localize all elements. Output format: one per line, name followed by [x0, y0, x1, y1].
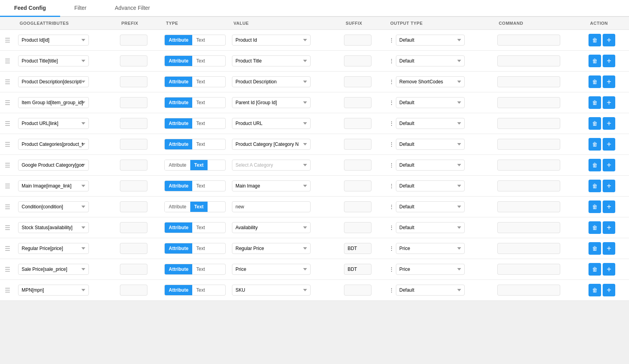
drag-handle[interactable]: ☰: [3, 287, 12, 294]
value-select[interactable]: Availability: [232, 222, 311, 233]
add-button[interactable]: +: [603, 284, 615, 296]
value-input[interactable]: [232, 201, 311, 212]
delete-button[interactable]: 🗑: [589, 221, 601, 234]
add-button[interactable]: +: [603, 34, 615, 46]
prefix-input[interactable]: [120, 285, 147, 296]
command-input[interactable]: [497, 264, 560, 275]
text-button[interactable]: Text: [192, 285, 209, 295]
add-button[interactable]: +: [603, 138, 615, 151]
attribute-select[interactable]: Google Product Category[goc: [18, 160, 89, 171]
value-select[interactable]: Product Id: [232, 35, 311, 46]
tab-filter[interactable]: Filter: [60, 0, 101, 17]
value-select[interactable]: Regular Price: [232, 243, 311, 254]
delete-button[interactable]: 🗑: [589, 263, 601, 276]
tab-advance-filter[interactable]: Advance Filter: [101, 0, 164, 17]
output-type-select[interactable]: Price: [396, 264, 465, 275]
delete-button[interactable]: 🗑: [589, 180, 601, 192]
output-type-select[interactable]: Default: [396, 118, 465, 129]
attribute-select[interactable]: Regular Price[price]: [18, 243, 89, 254]
attribute-select[interactable]: Product URL[link]: [18, 118, 89, 129]
command-input[interactable]: [497, 139, 560, 150]
output-type-select[interactable]: Price: [396, 243, 465, 254]
output-type-select[interactable]: Default: [396, 97, 465, 108]
drag-handle[interactable]: ☰: [3, 141, 12, 148]
prefix-input[interactable]: [120, 55, 147, 66]
delete-button[interactable]: 🗑: [589, 242, 601, 255]
add-button[interactable]: +: [603, 180, 615, 192]
attribute-button[interactable]: Attribute: [165, 118, 192, 129]
delete-button[interactable]: 🗑: [589, 96, 601, 109]
prefix-input[interactable]: [120, 243, 147, 254]
add-button[interactable]: +: [603, 263, 615, 276]
prefix-input[interactable]: [120, 139, 147, 150]
value-select[interactable]: Price: [232, 264, 311, 275]
command-input[interactable]: [497, 285, 560, 296]
text-button[interactable]: Text: [190, 202, 208, 212]
attribute-select[interactable]: Condition[condition]: [18, 201, 89, 212]
attribute-select[interactable]: Stock Status[availability]: [18, 222, 89, 233]
delete-button[interactable]: 🗑: [589, 55, 601, 67]
prefix-input[interactable]: [120, 201, 147, 212]
suffix-input[interactable]: [344, 139, 372, 150]
add-button[interactable]: +: [603, 96, 615, 109]
suffix-input[interactable]: [344, 180, 372, 191]
attribute-button[interactable]: Attribute: [165, 181, 192, 191]
attribute-button[interactable]: Attribute: [165, 97, 192, 108]
drag-handle[interactable]: ☰: [3, 224, 12, 231]
attribute-button[interactable]: Attribute: [165, 77, 192, 87]
text-button[interactable]: Text: [192, 118, 209, 129]
output-type-select[interactable]: Default: [396, 222, 465, 233]
output-type-select[interactable]: Default: [396, 35, 465, 46]
attribute-button[interactable]: Attribute: [165, 264, 192, 274]
drag-handle[interactable]: ☰: [3, 162, 12, 169]
attribute-select[interactable]: Product Id[id]: [18, 35, 89, 46]
value-select[interactable]: Select A Category: [232, 160, 311, 171]
command-input[interactable]: [497, 160, 560, 171]
prefix-input[interactable]: [120, 76, 147, 87]
suffix-input[interactable]: [344, 160, 372, 171]
suffix-input[interactable]: [344, 55, 372, 66]
value-select[interactable]: SKU: [232, 285, 311, 296]
delete-button[interactable]: 🗑: [589, 34, 601, 46]
suffix-input[interactable]: [344, 35, 372, 46]
add-button[interactable]: +: [603, 117, 615, 130]
attribute-select[interactable]: Item Group Id[item_group_id]: [18, 97, 89, 108]
text-button[interactable]: Text: [192, 56, 209, 66]
attribute-button[interactable]: Attribute: [165, 35, 192, 45]
attribute-button[interactable]: Attribute: [165, 202, 190, 212]
add-button[interactable]: +: [603, 200, 615, 213]
command-input[interactable]: [497, 201, 560, 212]
drag-handle[interactable]: ☰: [3, 79, 12, 85]
drag-handle[interactable]: ☰: [3, 99, 12, 106]
add-button[interactable]: +: [603, 75, 615, 88]
output-type-select[interactable]: Default: [396, 55, 465, 66]
attribute-button[interactable]: Attribute: [165, 222, 192, 233]
attribute-button[interactable]: Attribute: [165, 56, 192, 66]
delete-button[interactable]: 🗑: [589, 200, 601, 213]
suffix-input[interactable]: [344, 97, 372, 108]
attribute-select[interactable]: Product Title[title]: [18, 55, 89, 66]
attribute-button[interactable]: Attribute: [165, 285, 192, 295]
attribute-select[interactable]: Product Categories[product_t: [18, 139, 89, 150]
add-button[interactable]: +: [603, 159, 615, 171]
prefix-input[interactable]: [120, 160, 147, 171]
prefix-input[interactable]: [120, 97, 147, 108]
command-input[interactable]: [497, 55, 560, 66]
prefix-input[interactable]: [120, 264, 147, 275]
drag-handle[interactable]: ☰: [3, 37, 12, 44]
attribute-button[interactable]: Attribute: [165, 139, 192, 149]
text-button[interactable]: Text: [192, 35, 209, 45]
delete-button[interactable]: 🗑: [589, 284, 601, 296]
output-type-select[interactable]: Default: [396, 285, 465, 296]
value-select[interactable]: Product URL: [232, 118, 311, 129]
text-button[interactable]: Text: [192, 97, 209, 108]
text-button[interactable]: Text: [192, 222, 209, 233]
value-select[interactable]: Parent Id [Group Id]: [232, 97, 311, 108]
suffix-input[interactable]: [344, 264, 372, 275]
command-input[interactable]: [497, 243, 560, 254]
output-type-select[interactable]: Default: [396, 201, 465, 212]
command-input[interactable]: [497, 180, 560, 191]
drag-handle[interactable]: ☰: [3, 266, 12, 273]
suffix-input[interactable]: [344, 285, 372, 296]
text-button[interactable]: Text: [192, 139, 209, 149]
